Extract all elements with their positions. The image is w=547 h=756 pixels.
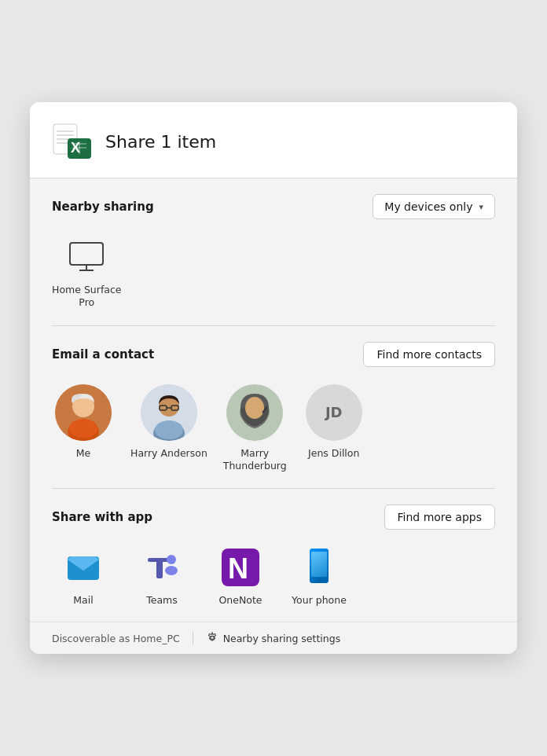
discoverable-text: Discoverable as Home_PC [52,633,180,644]
contact-label-harry: Harry Anderson [130,447,207,460]
app-teams[interactable]: Teams [130,547,193,606]
app-onenote[interactable]: N OneNote [209,547,272,606]
device-home-surface-pro[interactable]: Home SurfacePro [52,237,122,310]
svg-rect-2 [57,134,74,136]
dialog-title: Share 1 item [105,132,216,152]
share-dialog: X Share 1 item Nearby sharing My devices… [30,102,517,654]
svg-rect-10 [70,243,103,265]
contact-jens-dillon[interactable]: JD Jens Dillon [303,384,365,473]
contact-label-jens: Jens Dillon [308,447,359,460]
contact-marry-thunderburg[interactable]: MarryThunderburg [223,384,287,473]
contact-label-me: Me [76,447,90,460]
svg-point-38 [318,578,321,582]
avatar-jd: JD [306,384,362,441]
email-contact-title: Email a contact [52,347,154,361]
dropdown-label: My devices only [384,200,472,213]
svg-rect-37 [311,552,327,577]
svg-rect-4 [57,142,69,144]
app-label-your-phone: Your phone [292,594,347,606]
onenote-icon: N [220,547,261,588]
svg-rect-9 [79,141,80,154]
apps-row: Mail [52,544,495,606]
svg-point-25 [245,397,264,419]
svg-point-31 [165,566,178,575]
dialog-header: X Share 1 item [30,102,517,178]
avatar-me [55,384,112,441]
your-phone-icon [299,547,340,588]
avatar-marry [226,384,283,441]
svg-text:N: N [228,552,248,585]
settings-label: Nearby sharing settings [223,633,341,644]
find-more-apps-button[interactable]: Find more apps [384,505,496,530]
contact-me[interactable]: Me [52,384,115,473]
app-label-mail: Mail [73,594,93,606]
contact-label-marry: MarryThunderburg [223,447,287,473]
avatar-harry [141,384,197,441]
nearby-sharing-section: Nearby sharing My devices only ▾ Hom [30,178,517,325]
email-contact-header: Email a contact Find more contacts [52,342,495,367]
contact-harry-anderson[interactable]: Harry Anderson [130,384,207,473]
teams-icon [141,547,182,588]
app-your-phone[interactable]: Your phone [288,547,351,606]
devices-row: Home SurfacePro [52,233,495,310]
find-more-contacts-button[interactable]: Find more contacts [363,342,495,367]
mail-icon [63,547,104,588]
nearby-sharing-title: Nearby sharing [52,200,154,214]
share-with-app-section: Share with app Find more apps [30,489,517,622]
footer-divider [193,632,193,644]
gear-icon [206,632,218,644]
share-with-app-header: Share with app Find more apps [52,505,495,530]
app-mail[interactable]: Mail [52,547,115,606]
svg-rect-1 [57,130,74,132]
svg-point-15 [69,419,97,438]
device-label: Home SurfacePro [52,284,122,310]
app-label-onenote: OneNote [218,594,262,606]
svg-rect-29 [156,558,163,578]
email-contact-section: Email a contact Find more contacts [30,326,517,489]
nearby-sharing-header: Nearby sharing My devices only ▾ [52,194,495,219]
my-devices-dropdown[interactable]: My devices only ▾ [373,194,495,219]
share-with-app-title: Share with app [52,510,152,524]
file-icon: X [52,121,93,162]
nearby-sharing-settings-link[interactable]: Nearby sharing settings [206,632,341,644]
contacts-row: Me [52,381,495,473]
monitor-icon [66,237,107,277]
dialog-footer: Discoverable as Home_PC Nearby sharing s… [30,622,517,654]
app-label-teams: Teams [146,594,178,606]
dialog-body: Nearby sharing My devices only ▾ Hom [30,178,517,622]
chevron-down-icon: ▾ [479,202,483,212]
svg-point-19 [155,420,183,439]
svg-point-30 [167,555,176,564]
